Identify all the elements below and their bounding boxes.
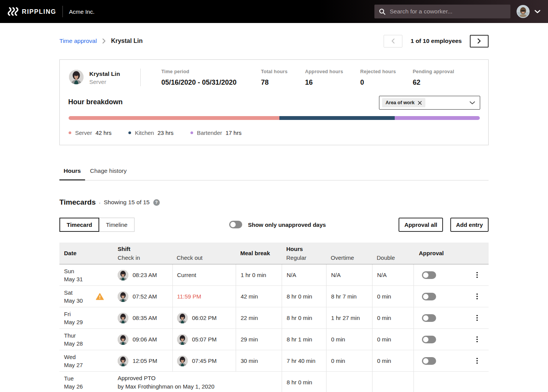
- kebab-menu-icon[interactable]: [476, 315, 478, 321]
- checkout-cell: 05:07 PM: [172, 329, 236, 350]
- table-row: SunMay 3108:23 AMCurrent1 hr 0 minN/AN/A…: [59, 264, 489, 286]
- legend-name: Kitchen: [135, 130, 154, 136]
- employee-pager: 1 of 10 employees: [384, 35, 489, 48]
- overtime-cell: N/A: [326, 264, 372, 285]
- breadcrumb-current: Krystal Lin: [111, 38, 143, 44]
- stat-value: 62: [413, 79, 454, 87]
- account-chevron-down-icon[interactable]: [535, 10, 540, 13]
- overtime-cell: 0 min: [326, 329, 372, 350]
- kebab-menu-icon[interactable]: [476, 272, 478, 278]
- view-switcher: TimecardTimeline: [59, 218, 135, 232]
- warning-icon[interactable]: [96, 293, 104, 300]
- day-label: Fri: [64, 310, 83, 318]
- column-header: Approval: [413, 243, 466, 264]
- column-header: Check out: [172, 243, 236, 264]
- approval-toggle[interactable]: [422, 271, 436, 279]
- area-of-work-select[interactable]: Area of work: [379, 96, 480, 110]
- double-cell: 0 min: [372, 329, 413, 350]
- approval-all-button[interactable]: Approval all: [399, 218, 443, 232]
- legend-name: Bartender: [197, 130, 222, 136]
- stat-label: Approved hours: [305, 69, 360, 75]
- column-header: Date: [59, 243, 117, 264]
- checkout-cell: 11:59 PM: [172, 286, 236, 307]
- stat-value: 0: [360, 79, 413, 87]
- bar-segment-kitchen: [279, 116, 395, 120]
- kebab-menu-icon[interactable]: [476, 294, 478, 300]
- date-label: May 27: [64, 361, 83, 369]
- date-label: May 29: [64, 318, 83, 326]
- legend-dot: [128, 131, 131, 134]
- approval-toggle[interactable]: [422, 357, 436, 365]
- overtime-cell: 1 hr 27 min: [326, 307, 372, 328]
- remove-filter-icon[interactable]: [418, 101, 422, 105]
- approval-cell: [413, 350, 466, 371]
- approval-toggle[interactable]: [422, 314, 436, 322]
- view-timeline-button[interactable]: Timeline: [99, 218, 134, 232]
- user-avatar[interactable]: [517, 5, 530, 18]
- hour-breakdown-title: Hour breakdown: [68, 98, 123, 106]
- time-value: Current: [177, 272, 196, 278]
- stat-label: Time period: [161, 69, 261, 75]
- stat: Pending approval62: [413, 69, 454, 87]
- coworker-search-input[interactable]: Search for a coworker...: [374, 5, 510, 18]
- meal-cell: 22 min: [236, 307, 282, 328]
- time-value: 07:52 AM: [133, 293, 157, 300]
- stats: Time period05/16/2020 - 05/31/2020Total …: [161, 69, 454, 87]
- show-unapproved-toggle[interactable]: [229, 221, 242, 228]
- overtime-cell: [326, 372, 372, 392]
- select-chevron-down-icon: [469, 101, 475, 105]
- employee-avatar: [177, 334, 188, 345]
- employee-avatar: [177, 356, 188, 366]
- time-value: 07:45 PM: [192, 358, 217, 364]
- legend-item: Server42 hrs: [69, 130, 112, 136]
- bar-segment-bartender: [395, 116, 480, 120]
- approval-toggle[interactable]: [422, 336, 436, 343]
- checkin-cell: 07:52 AM: [117, 286, 172, 307]
- meal-cell: 1 hr 0 min: [236, 264, 282, 285]
- add-entry-button[interactable]: Add entry: [450, 218, 489, 232]
- tab-chage-history[interactable]: Chage history: [86, 167, 131, 180]
- regular-cell: 8 hr 1 min: [282, 329, 326, 350]
- double-cell: 0 min: [372, 307, 413, 328]
- next-employee-button[interactable]: [470, 35, 489, 48]
- checkout-cell: Current: [172, 264, 236, 285]
- stat: Time period05/16/2020 - 05/31/2020: [161, 69, 261, 87]
- view-timecard-button[interactable]: Timecard: [59, 218, 99, 232]
- legend-dot: [69, 131, 71, 134]
- timecards-separator: ·: [99, 199, 101, 206]
- menu-cell: [466, 264, 489, 285]
- stat-label: Rejected hours: [360, 69, 413, 75]
- time-value: 05:07 PM: [192, 336, 217, 343]
- checkin-cell: 12:05 PM: [117, 350, 172, 371]
- employee-role: Server: [89, 78, 140, 86]
- checkout-cell: 06:02 PM: [172, 307, 236, 328]
- table-body: SunMay 3108:23 AMCurrent1 hr 0 minN/AN/A…: [59, 264, 489, 392]
- topbar-right: Search for a coworker...: [374, 5, 540, 18]
- day-label: Wed: [64, 353, 83, 361]
- actions: Approval all Add entry: [399, 218, 489, 232]
- vertical-divider: [140, 69, 141, 86]
- search-placeholder: Search for a coworker...: [390, 8, 453, 15]
- regular-cell: 8 hr 0 min: [282, 307, 326, 328]
- date-cell: WedMay 27: [59, 350, 117, 371]
- kebab-menu-icon[interactable]: [476, 336, 478, 343]
- tab-hours[interactable]: Hours: [59, 167, 85, 180]
- kebab-menu-icon[interactable]: [476, 358, 478, 364]
- legend-name: Server: [75, 130, 92, 136]
- unapproved-toggle-group: Show only unapproved days: [229, 221, 326, 228]
- stat-label: Pending approval: [413, 69, 454, 75]
- table-row: FriMay 2908:35 AM06:02 PM22 min8 hr 0 mi…: [59, 307, 489, 329]
- approval-toggle[interactable]: [422, 293, 436, 300]
- column-header: Meal break: [236, 243, 282, 264]
- prev-employee-button[interactable]: [384, 35, 402, 48]
- table-row: ThurMay 2809:06 AM05:07 PM29 min8 hr 1 m…: [59, 329, 489, 350]
- meal-cell: 30 min: [236, 350, 282, 371]
- breadcrumb-row: Time approval Krystal Lin 1 of 10 employ…: [59, 34, 489, 48]
- legend-value: 17 hrs: [226, 130, 242, 136]
- employee-avatar: [118, 313, 128, 323]
- show-unapproved-label: Show only unapproved days: [248, 221, 326, 228]
- help-icon[interactable]: ?: [153, 199, 160, 206]
- breadcrumb-time-approval-link[interactable]: Time approval: [59, 38, 97, 44]
- overtime-cell: 0 min: [326, 350, 372, 371]
- menu-cell: [466, 286, 489, 307]
